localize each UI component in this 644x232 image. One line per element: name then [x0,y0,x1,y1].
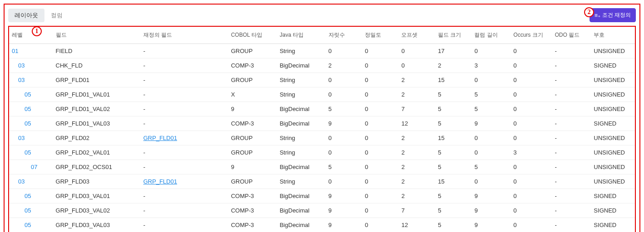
cell-level[interactable]: 03 [9,73,53,87]
table-row[interactable]: 05GRP_FLD03_VAL03-COMP-3BigDecimal901259… [9,218,635,232]
cell-fsize: 5 [435,145,472,160]
cell-precision: 0 [362,189,398,203]
cell-precision: 0 [362,145,398,160]
th-digits[interactable]: 자릿수 [326,27,362,44]
cell-redef: - [141,58,228,73]
cell-level[interactable]: 05 [9,189,53,203]
cell-odo: - [552,44,591,58]
th-fsize[interactable]: 필드 크기 [435,27,472,44]
cell-cobol: COMP-3 [228,189,277,203]
redefine-condition-button[interactable]: ≡₊ 조건 재정의 [590,8,636,22]
cell-level[interactable]: 01 [9,44,53,58]
th-precision[interactable]: 정밀도 [362,27,398,44]
cell-odo: - [552,189,591,203]
cell-clen: 0 [472,44,511,58]
cell-cobol: GROUP [228,131,277,145]
cell-fsize: 17 [435,44,472,58]
cell-cobol: GROUP [228,73,277,87]
table-row[interactable]: 01FIELD-GROUPString0001700-UNSIGNED [9,44,635,58]
cell-level[interactable]: 05 [9,203,53,218]
cell-clen: 0 [472,145,511,160]
cell-occurs: 0 [511,160,552,174]
cell-cobol: X [228,87,277,102]
cell-offset: 2 [398,189,435,203]
cell-sign: UNSIGNED [591,174,635,189]
table-row[interactable]: 05GRP_FLD01_VAL01-XString002550-UNSIGNED [9,87,635,102]
cell-redef: - [141,203,228,218]
cell-level[interactable]: 05 [9,116,53,131]
table-header-row: 레벨 필드 재정의 필드 COBOL 타입 Java 타입 자릿수 정밀도 오프… [9,27,635,44]
cell-occurs: 0 [511,116,552,131]
th-cobol[interactable]: COBOL 타입 [228,27,277,44]
cell-occurs: 0 [511,203,552,218]
th-odo[interactable]: ODO 필드 [552,27,591,44]
cell-fsize: 2 [435,58,472,73]
th-sign[interactable]: 부호 [591,27,635,44]
cell-redef[interactable]: GRP_FLD01 [141,131,228,145]
cell-digits: 9 [326,116,362,131]
cell-sign: SIGNED [591,189,635,203]
cell-level[interactable]: 05 [9,87,53,102]
cell-redef[interactable]: GRP_FLD01 [141,174,228,189]
cell-level[interactable]: 03 [9,58,53,73]
cell-odo: - [552,145,591,160]
cell-precision: 0 [362,58,398,73]
th-level[interactable]: 레벨 [9,27,53,44]
th-redef[interactable]: 재정의 필드 [141,27,228,44]
cell-redef: - [141,102,228,116]
cell-odo: - [552,73,591,87]
cell-precision: 0 [362,174,398,189]
th-occurs[interactable]: Occurs 크기 [511,27,552,44]
cell-level[interactable]: 03 [9,174,53,189]
tab-layout[interactable]: 레이아웃 [8,9,44,22]
cell-offset: 12 [398,116,435,131]
th-field[interactable]: 필드 [53,27,141,44]
tab-column[interactable]: 컬럼 [44,9,69,22]
cell-redef: - [141,44,228,58]
cell-precision: 0 [362,73,398,87]
cell-java: String [277,174,325,189]
cell-clen: 3 [472,58,511,73]
cell-redef: - [141,87,228,102]
cell-clen: 9 [472,116,511,131]
table-row[interactable]: 05GRP_FLD03_VAL01-COMP-3BigDecimal902590… [9,189,635,203]
cell-clen: 9 [472,189,511,203]
cell-offset: 2 [398,131,435,145]
table-row[interactable]: 07GRP_FLD02_OCS01-9BigDecimal502550-UNSI… [9,160,635,174]
header-bar: 레이아웃 컬럼 ≡₊ 조건 재정의 [8,6,636,26]
cell-fsize: 5 [435,218,472,232]
table-row[interactable]: 05GRP_FLD02_VAL01-GROUPString002503-UNSI… [9,145,635,160]
th-clen[interactable]: 컬럼 길이 [472,27,511,44]
cell-digits: 9 [326,203,362,218]
list-plus-icon: ≡₊ [595,12,600,19]
table-row[interactable]: 03GRP_FLD03GRP_FLD01GROUPString0021500-U… [9,174,635,189]
cell-occurs: 3 [511,145,552,160]
th-offset[interactable]: 오프셋 [398,27,435,44]
cell-occurs: 0 [511,102,552,116]
cell-odo: - [552,102,591,116]
cell-level[interactable]: 05 [9,218,53,232]
table-row[interactable]: 05GRP_FLD03_VAL02-COMP-3BigDecimal907590… [9,203,635,218]
table-row[interactable]: 03CHK_FLD-COMP-3BigDecimal200230-SIGNED [9,58,635,73]
cell-field: GRP_FLD02 [53,131,141,145]
cell-clen: 9 [472,203,511,218]
cell-precision: 0 [362,218,398,232]
table-row[interactable]: 05GRP_FLD01_VAL03-COMP-3BigDecimal901259… [9,116,635,131]
table-row[interactable]: 03GRP_FLD01-GROUPString0021500-UNSIGNED [9,73,635,87]
table-row[interactable]: 03GRP_FLD02GRP_FLD01GROUPString0021500-U… [9,131,635,145]
cell-level[interactable]: 07 [9,160,53,174]
cell-level[interactable]: 05 [9,102,53,116]
th-java[interactable]: Java 타입 [277,27,325,44]
cell-level[interactable]: 03 [9,131,53,145]
table-row[interactable]: 05GRP_FLD01_VAL02-9BigDecimal507550-UNSI… [9,102,635,116]
cell-occurs: 0 [511,131,552,145]
main-panel: 1 2 레이아웃 컬럼 ≡₊ 조건 재정의 레벨 필드 재정의 필드 COBOL [4,4,640,232]
cell-sign: UNSIGNED [591,73,635,87]
cell-field: GRP_FLD01_VAL02 [53,102,141,116]
cell-digits: 9 [326,189,362,203]
cell-occurs: 0 [511,73,552,87]
cell-java: BigDecimal [277,58,325,73]
cell-level[interactable]: 05 [9,145,53,160]
cell-redef: - [141,160,228,174]
cell-clen: 5 [472,102,511,116]
